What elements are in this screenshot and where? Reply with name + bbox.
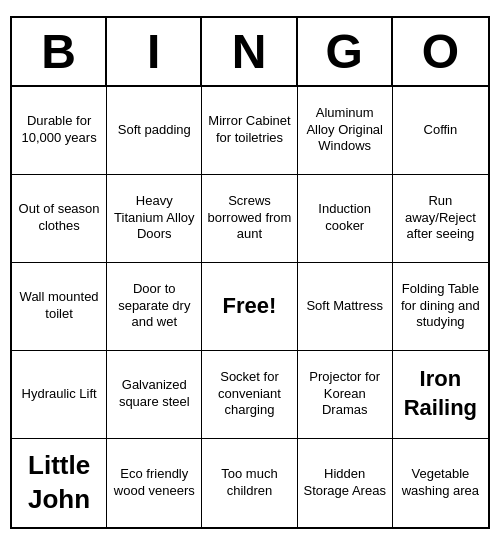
bingo-cell-3[interactable]: Aluminum Alloy Original Windows xyxy=(298,87,393,175)
bingo-cell-23[interactable]: Hidden Storage Areas xyxy=(298,439,393,527)
bingo-cell-11[interactable]: Door to separate dry and wet xyxy=(107,263,202,351)
bingo-cell-24[interactable]: Vegetable washing area xyxy=(393,439,488,527)
bingo-cell-15[interactable]: Hydraulic Lift xyxy=(12,351,107,439)
bingo-grid: Durable for 10,000 yearsSoft paddingMirr… xyxy=(12,87,488,527)
bingo-letter-g: G xyxy=(298,18,393,85)
bingo-cell-21[interactable]: Eco friendly wood veneers xyxy=(107,439,202,527)
bingo-cell-20[interactable]: Little John xyxy=(12,439,107,527)
bingo-card: BINGO Durable for 10,000 yearsSoft paddi… xyxy=(10,16,490,529)
bingo-cell-9[interactable]: Run away/Reject after seeing xyxy=(393,175,488,263)
bingo-cell-14[interactable]: Folding Table for dining and studying xyxy=(393,263,488,351)
bingo-cell-8[interactable]: Induction cooker xyxy=(298,175,393,263)
bingo-letter-n: N xyxy=(202,18,297,85)
bingo-cell-2[interactable]: Mirror Cabinet for toiletries xyxy=(202,87,297,175)
bingo-cell-19[interactable]: Iron Railing xyxy=(393,351,488,439)
bingo-cell-7[interactable]: Screws borrowed from aunt xyxy=(202,175,297,263)
bingo-header: BINGO xyxy=(12,18,488,87)
bingo-cell-4[interactable]: Coffin xyxy=(393,87,488,175)
bingo-cell-0[interactable]: Durable for 10,000 years xyxy=(12,87,107,175)
bingo-cell-10[interactable]: Wall mounted toilet xyxy=(12,263,107,351)
bingo-letter-o: O xyxy=(393,18,488,85)
bingo-cell-18[interactable]: Projector for Korean Dramas xyxy=(298,351,393,439)
bingo-cell-6[interactable]: Heavy Titanium Alloy Doors xyxy=(107,175,202,263)
bingo-cell-1[interactable]: Soft padding xyxy=(107,87,202,175)
bingo-cell-22[interactable]: Too much children xyxy=(202,439,297,527)
bingo-letter-b: B xyxy=(12,18,107,85)
bingo-cell-12[interactable]: Free! xyxy=(202,263,297,351)
bingo-cell-17[interactable]: Socket for conveniant charging xyxy=(202,351,297,439)
bingo-letter-i: I xyxy=(107,18,202,85)
bingo-cell-13[interactable]: Soft Mattress xyxy=(298,263,393,351)
bingo-cell-16[interactable]: Galvanized square steel xyxy=(107,351,202,439)
bingo-cell-5[interactable]: Out of season clothes xyxy=(12,175,107,263)
